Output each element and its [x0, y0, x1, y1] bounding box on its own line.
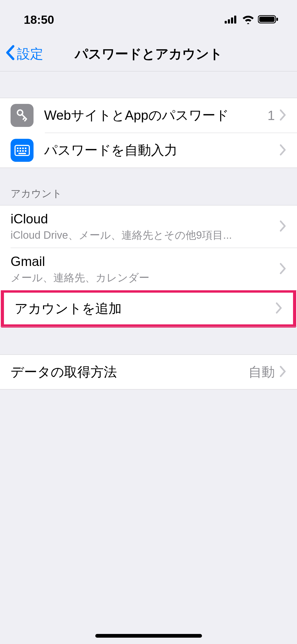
svg-rect-14: [22, 148, 24, 149]
svg-rect-1: [228, 19, 230, 24]
home-indicator[interactable]: [95, 634, 202, 638]
svg-rect-18: [22, 150, 24, 152]
svg-rect-2: [231, 17, 233, 24]
battery-icon: [258, 15, 279, 25]
row-label: データの取得方法: [11, 363, 248, 381]
chevron-right-icon: [280, 366, 286, 378]
key-icon: [11, 104, 34, 127]
svg-line-10: [25, 119, 26, 121]
svg-line-9: [23, 117, 25, 119]
row-value: 1: [267, 108, 275, 123]
svg-rect-6: [276, 18, 278, 21]
autofill-passwords-row[interactable]: パスワードを自動入力: [0, 133, 297, 168]
svg-rect-13: [20, 148, 21, 149]
chevron-right-icon: [276, 302, 282, 315]
keyboard-icon: [11, 139, 34, 162]
page-title: パスワードとアカウント: [0, 45, 297, 63]
add-account-highlight: アカウントを追加: [1, 289, 296, 328]
chevron-right-icon: [280, 109, 286, 122]
status-time: 18:50: [16, 13, 54, 27]
svg-rect-20: [18, 153, 26, 154]
svg-rect-3: [234, 16, 236, 24]
row-value: 自動: [248, 363, 275, 381]
wifi-icon: [242, 15, 255, 25]
passwords-section: WebサイトとAppのパスワード 1 パスワードを自動入力: [0, 98, 297, 168]
back-button[interactable]: 設定: [0, 45, 43, 64]
row-label: iCloud: [11, 211, 280, 227]
svg-rect-12: [17, 148, 18, 149]
accounts-section: iCloud iCloud Drive、メール、連絡先とその他9項目... Gm…: [0, 205, 297, 328]
row-label: アカウントを追加: [15, 300, 276, 318]
svg-rect-19: [25, 150, 26, 152]
row-label: WebサイトとAppのパスワード: [44, 107, 267, 124]
chevron-right-icon: [280, 263, 286, 275]
fetch-new-data-row[interactable]: データの取得方法 自動: [0, 355, 297, 389]
row-sublabel: iCloud Drive、メール、連絡先とその他9項目...: [11, 228, 280, 242]
svg-rect-17: [20, 150, 21, 152]
add-account-row[interactable]: アカウントを追加: [4, 293, 293, 324]
svg-rect-5: [259, 17, 275, 22]
account-gmail-row[interactable]: Gmail メール、連絡先、カレンダー: [0, 248, 297, 290]
chevron-left-icon: [5, 45, 15, 64]
svg-rect-0: [225, 21, 227, 24]
chevron-right-icon: [280, 144, 286, 157]
nav-bar: 設定 パスワードとアカウント: [0, 37, 297, 71]
back-label: 設定: [17, 45, 43, 63]
fetch-section: データの取得方法 自動: [0, 355, 297, 389]
row-label: パスワードを自動入力: [44, 141, 280, 159]
account-icloud-row[interactable]: iCloud iCloud Drive、メール、連絡先とその他9項目...: [0, 205, 297, 248]
website-app-passwords-row[interactable]: WebサイトとAppのパスワード 1: [0, 98, 297, 133]
svg-rect-16: [17, 150, 18, 152]
cellular-signal-icon: [225, 15, 238, 25]
row-sublabel: メール、連絡先、カレンダー: [11, 271, 280, 284]
status-icons: [225, 15, 281, 25]
chevron-right-icon: [280, 220, 286, 233]
status-bar: 18:50: [0, 0, 297, 37]
row-label: Gmail: [11, 254, 280, 269]
svg-rect-15: [25, 148, 26, 149]
accounts-section-header: アカウント: [0, 168, 297, 205]
